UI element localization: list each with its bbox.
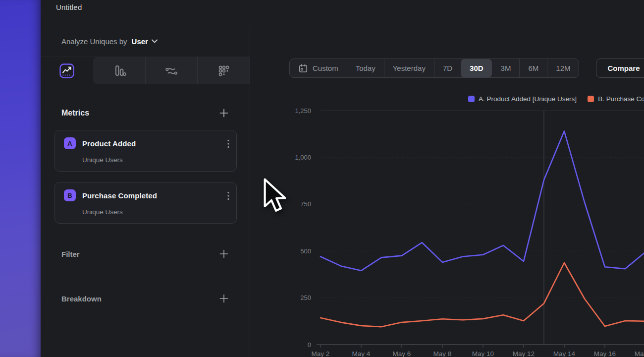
analyze-uniques-value-dropdown[interactable]: User [132, 37, 148, 46]
chart-legend: A. Product Added [Unique Users]B. Purcha… [468, 95, 644, 103]
line-chart-icon [59, 63, 74, 78]
flows-icon [164, 63, 179, 78]
kebab-menu-icon[interactable] [227, 191, 229, 202]
range-option-yesterday[interactable]: Yesterday [384, 59, 434, 77]
metrics-header: Metrics [61, 105, 229, 121]
breakdown-title: Breakdown [61, 295, 102, 303]
filter-header: Filter [61, 245, 229, 262]
desktop-gradient-strip [0, 0, 41, 357]
analyze-uniques-label: Analyze Uniques by [61, 37, 127, 46]
range-option-30d[interactable]: 30D [461, 59, 492, 77]
add-metric-button[interactable] [219, 108, 229, 118]
add-breakdown-button[interactable] [219, 294, 229, 303]
range-option-today[interactable]: Today [347, 59, 384, 77]
tab-insights-line[interactable] [41, 57, 93, 84]
range-option-12m[interactable]: 12M [547, 59, 579, 77]
sidebar: Analyze Uniques by User [41, 26, 250, 357]
mouse-cursor [263, 178, 286, 213]
range-option-7d[interactable]: 7D [434, 59, 461, 77]
breakdown-header: Breakdown [61, 290, 229, 307]
screen: Untitled Analyze Uniques by User [0, 0, 644, 357]
app-window: Untitled Analyze Uniques by User [41, 0, 644, 357]
range-option-custom[interactable]: Custom [290, 59, 347, 77]
time-range-control: CustomTodayYesterday7D30D3M6M12M [289, 59, 579, 78]
metric-name[interactable]: Product Added [82, 139, 136, 148]
chevron-down-icon[interactable] [152, 39, 158, 43]
metric-card-a[interactable]: A Product Added Unique Users [54, 130, 237, 172]
range-option-6m[interactable]: 6M [519, 59, 547, 77]
metric-card-b[interactable]: B Purchase Completed Unique Users [54, 182, 237, 224]
dots-grid-icon [216, 63, 231, 78]
legend-item[interactable]: B. Purchase Completed [Unique Users] [588, 95, 644, 103]
legend-item[interactable]: A. Product Added [Unique Users] [468, 95, 577, 103]
legend-swatch [468, 96, 475, 102]
compare-button[interactable]: Compare [596, 59, 644, 78]
metrics-title: Metrics [61, 109, 89, 118]
metric-badge-b: B [64, 189, 76, 201]
metric-name[interactable]: Purchase Completed [82, 191, 157, 200]
add-filter-button[interactable] [219, 249, 229, 259]
tab-funnels[interactable] [93, 57, 145, 84]
filter-title: Filter [61, 250, 80, 258]
tab-strip [93, 57, 250, 84]
titlebar: Untitled [41, 0, 644, 26]
range-option-3m[interactable]: 3M [492, 59, 520, 77]
chart-type-tabs [41, 57, 250, 84]
metric-measure[interactable]: Unique Users [82, 156, 123, 164]
metric-badge-a: A [64, 137, 76, 149]
tab-retention[interactable] [197, 57, 250, 84]
metric-measure[interactable]: Unique Users [82, 208, 123, 216]
analyze-uniques-row: Analyze Uniques by User [41, 26, 250, 56]
calendar-icon [298, 63, 308, 73]
bars-icon [111, 63, 126, 78]
legend-label: A. Product Added [Unique Users] [479, 95, 577, 103]
legend-swatch [588, 96, 594, 102]
tab-flows[interactable] [145, 57, 198, 84]
legend-label: B. Purchase Completed [Unique Users] [598, 95, 644, 103]
report-title[interactable]: Untitled [56, 3, 82, 11]
kebab-menu-icon[interactable] [227, 139, 229, 150]
